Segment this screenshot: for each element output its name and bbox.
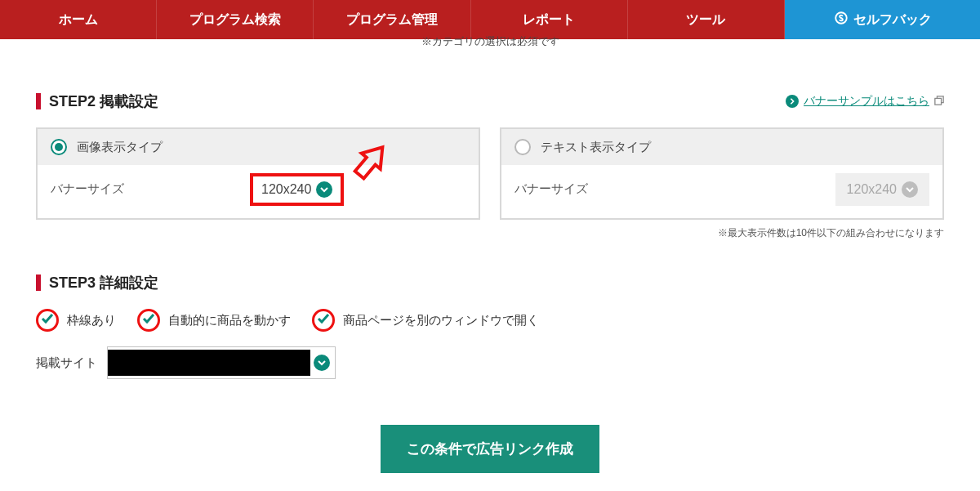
banner-size-label-text: バナーサイズ [514, 181, 588, 197]
nav-selfback-label: セルフバック [853, 11, 932, 29]
check-icon [142, 312, 155, 328]
publish-site-row: 掲載サイト [36, 346, 944, 379]
svg-rect-1 [935, 98, 942, 105]
banner-size-select[interactable]: 120x240 [250, 173, 344, 206]
check-new-window[interactable]: 商品ページを別のウィンドウで開く [312, 309, 539, 332]
publish-site-label: 掲載サイト [36, 355, 97, 371]
create-ad-link-button[interactable]: この条件で広告リンク作成 [381, 425, 599, 473]
external-link-icon [934, 96, 944, 108]
radio-text-type[interactable] [514, 139, 531, 155]
step2-title-text: STEP2 掲載設定 [49, 92, 158, 111]
step3-checks: 枠線あり 自動的に商品を動かす 商品ページを別のウィンドウで開く [36, 309, 944, 332]
checkbox-new-window[interactable] [312, 309, 335, 332]
accent-bar-icon [36, 93, 41, 109]
nav-report[interactable]: レポート [471, 0, 628, 39]
check-icon [41, 312, 54, 328]
step3-heading-row: STEP3 詳細設定 [36, 273, 944, 292]
panel-image-body: バナーサイズ 120x240 [38, 165, 479, 218]
cutoff-note: ※カテゴリの選択は必須です [0, 34, 980, 46]
panel-text-type: テキスト表示タイプ バナーサイズ 120x240 [500, 127, 944, 220]
panel-text-head[interactable]: テキスト表示タイプ [501, 129, 942, 165]
check-icon [317, 312, 330, 328]
banner-sample-link[interactable]: バナーサンプルはこちら [786, 94, 944, 109]
step2-heading-row: STEP2 掲載設定 バナーサンプルはこちら [36, 92, 944, 111]
banner-size-label: バナーサイズ [51, 181, 124, 197]
max-items-note: ※最大表示件数は10件以下の組み合わせになります [36, 226, 944, 240]
panel-text-body: バナーサイズ 120x240 [501, 165, 942, 218]
step3-title: STEP3 詳細設定 [36, 273, 158, 292]
nav-home[interactable]: ホーム [0, 0, 157, 39]
accent-bar-icon [36, 275, 41, 291]
chevron-down-icon [316, 181, 332, 198]
top-nav: ホーム プログラム検索 プログラム管理 レポート ツール セルフバック [0, 0, 980, 39]
panel-image-label: 画像表示タイプ [77, 140, 163, 155]
nav-tools[interactable]: ツール [628, 0, 785, 39]
display-type-panels: 画像表示タイプ バナーサイズ 120x240 [36, 127, 944, 220]
chevron-down-icon [902, 181, 918, 198]
banner-sample-label: バナーサンプルはこちら [804, 94, 929, 109]
action-row: この条件で広告リンク作成 [36, 425, 944, 473]
check-border-label: 枠線あり [67, 313, 116, 328]
check-border[interactable]: 枠線あり [36, 309, 116, 332]
checkbox-auto-rotate[interactable] [137, 309, 160, 332]
publish-site-select[interactable] [107, 346, 336, 379]
banner-size-value: 120x240 [261, 182, 311, 197]
redacted-site-value [108, 350, 310, 376]
radio-dot-icon [55, 143, 63, 151]
panel-text-label: テキスト表示タイプ [541, 140, 651, 155]
selfback-icon [834, 11, 849, 29]
check-auto-rotate[interactable]: 自動的に商品を動かす [137, 309, 291, 332]
check-new-window-label: 商品ページを別のウィンドウで開く [343, 313, 539, 328]
nav-program-search[interactable]: プログラム検索 [157, 0, 314, 39]
chevron-down-icon [314, 355, 330, 371]
checkbox-border[interactable] [36, 309, 59, 332]
banner-size-value-disabled: 120x240 [847, 182, 897, 197]
step2-title: STEP2 掲載設定 [36, 92, 158, 111]
panel-image-type: 画像表示タイプ バナーサイズ 120x240 [36, 127, 480, 220]
panel-image-head[interactable]: 画像表示タイプ [38, 129, 479, 165]
step3-title-text: STEP3 詳細設定 [49, 273, 158, 292]
nav-program-manage[interactable]: プログラム管理 [314, 0, 470, 39]
chevron-right-icon [786, 95, 799, 108]
radio-image-type[interactable] [51, 139, 67, 155]
nav-selfback[interactable]: セルフバック [785, 0, 980, 39]
check-auto-rotate-label: 自動的に商品を動かす [168, 313, 291, 328]
banner-size-select-disabled: 120x240 [835, 173, 929, 206]
